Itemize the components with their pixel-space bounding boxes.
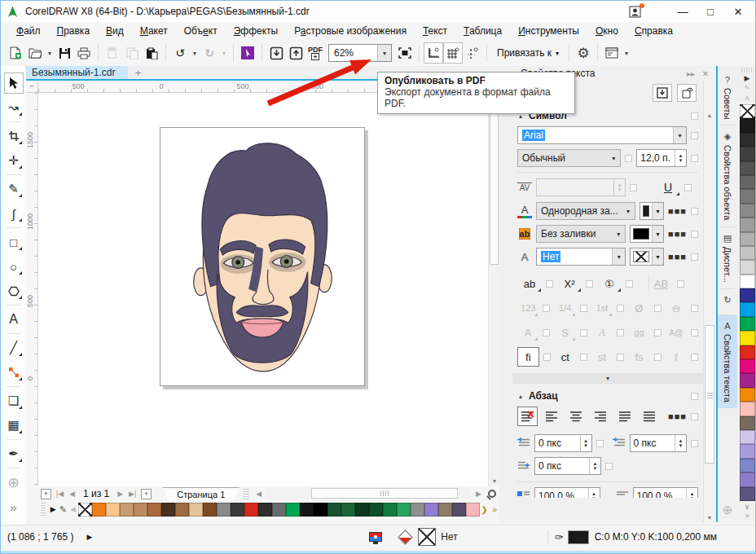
menu-инструменты[interactable]: Инструменты <box>511 24 587 38</box>
options-gear-button[interactable]: ⚙ <box>574 42 593 64</box>
palette-color-swatch[interactable] <box>740 473 755 486</box>
show-grid-toggle[interactable] <box>443 42 463 64</box>
first-indent-checkbox[interactable] <box>596 440 604 447</box>
menu-растровые-изображения[interactable]: Растровые изображения <box>287 24 414 38</box>
docker-scroll-up[interactable]: ▲ <box>704 110 715 120</box>
vertical-ruler[interactable]: 150010005000 <box>26 93 38 486</box>
crop-tool[interactable] <box>4 125 24 147</box>
canvas-horizontal-scrollbar[interactable] <box>266 488 471 499</box>
redo-dropdown-caret[interactable]: ▾ <box>219 50 229 57</box>
document-color-swatch[interactable] <box>452 503 466 517</box>
palette-flyout-icon[interactable]: ▶ <box>48 505 58 513</box>
swash-button[interactable]: S <box>554 323 575 342</box>
palette-color-swatch[interactable] <box>740 317 755 331</box>
shape-tool[interactable]: ↝ <box>4 97 24 118</box>
palette-color-swatch[interactable] <box>740 204 755 218</box>
pick-tool[interactable] <box>4 73 24 94</box>
palette-color-swatch[interactable] <box>740 331 755 345</box>
palette-scroll-right-icon[interactable]: ❯ <box>480 505 490 514</box>
export-button[interactable] <box>286 42 305 64</box>
alignment-checkbox[interactable] <box>691 413 698 420</box>
publish-pdf-button[interactable]: PDF <box>305 42 325 64</box>
background-fill-combobox[interactable]: Без заливки ▾ <box>536 225 626 243</box>
status-expand-arrow[interactable]: ▶ <box>86 533 92 541</box>
palette-color-swatch[interactable] <box>740 118 755 132</box>
document-color-swatch[interactable] <box>397 503 411 517</box>
palette-color-swatch[interactable] <box>740 487 755 501</box>
palette-color-none[interactable] <box>740 104 755 118</box>
artistic-media-tool[interactable]: ∫ <box>4 203 24 224</box>
palette-edit-pencil-icon[interactable]: ✎ <box>744 84 750 92</box>
menu-объект[interactable]: Объект <box>177 24 225 38</box>
document-color-swatch[interactable] <box>258 503 272 517</box>
position-button[interactable]: X² <box>557 274 582 293</box>
copy-button[interactable] <box>122 42 142 64</box>
left-indent-spinner[interactable]: 0 пкс▲▼ <box>534 457 601 475</box>
freehand-tool[interactable]: ✎ <box>4 178 24 200</box>
next-page-button[interactable]: ▶ <box>114 487 126 500</box>
align-right-button[interactable] <box>591 407 611 426</box>
search-content-button[interactable] <box>238 42 257 64</box>
align-left-button[interactable] <box>542 407 562 426</box>
drawing-canvas[interactable] <box>38 93 488 486</box>
font-size-arrows[interactable]: ▲▼ <box>675 150 686 166</box>
document-color-swatch[interactable] <box>203 503 217 517</box>
add-docker-button[interactable]: ⊕ <box>718 497 737 522</box>
polygon-tool[interactable] <box>4 280 24 301</box>
document-color-swatch[interactable] <box>134 503 147 517</box>
page-tab[interactable]: Страница 1 <box>162 487 240 501</box>
docker-tab-transform[interactable]: ↻ <box>718 289 737 314</box>
hscroll-left-arrow[interactable]: ◀ <box>253 487 265 500</box>
document-color-swatch[interactable] <box>231 503 244 517</box>
left-indent-checkbox[interactable] <box>605 463 613 470</box>
fill-settings-button[interactable]: ■■■ <box>668 206 687 216</box>
numeral-style-button[interactable]: 123 <box>517 298 538 318</box>
font-style-combobox[interactable]: Обычный ▾ <box>517 149 621 167</box>
palette-color-swatch[interactable] <box>740 302 755 316</box>
palette-color-swatch[interactable] <box>740 288 755 302</box>
discretionary-ligatures-button[interactable]: ct <box>555 347 576 367</box>
document-color-swatch[interactable] <box>92 503 106 517</box>
connector-tool[interactable] <box>4 362 24 383</box>
redo-button[interactable]: ↻ <box>200 42 219 64</box>
open-dropdown-caret[interactable]: ▾ <box>45 50 55 57</box>
alignment-more-button[interactable]: ■■■ <box>668 411 687 421</box>
docker-scroll-thumb[interactable] <box>705 325 714 464</box>
fill-none-swatch[interactable] <box>418 528 436 546</box>
import-button[interactable] <box>266 42 286 64</box>
drop-shadow-tool[interactable]: ❏ <box>4 390 24 411</box>
historical-ligatures-button[interactable]: st <box>591 347 613 367</box>
docker-scroll-down[interactable]: ▼ <box>704 512 715 522</box>
show-guidelines-toggle[interactable] <box>463 42 482 64</box>
first-line-indent-spinner[interactable]: 0 пкс▲▼ <box>534 434 592 452</box>
document-color-swatch[interactable] <box>314 503 327 517</box>
document-color-swatch[interactable] <box>300 503 314 517</box>
document-color-swatch[interactable] <box>175 503 189 517</box>
last-page-button[interactable]: ▶| <box>126 487 138 500</box>
outline-color-swatch[interactable] <box>568 530 589 544</box>
docker-tab-tips[interactable]: ? Советы <box>718 69 737 125</box>
document-color-swatch[interactable] <box>466 503 480 517</box>
background-color-caret[interactable]: ▾ <box>652 226 663 242</box>
background-fill-caret[interactable]: ▾ <box>612 226 625 242</box>
change-case-button[interactable]: ab <box>517 274 542 293</box>
stylistic-alternates-button[interactable]: A <box>517 323 538 342</box>
zoom-dropdown-caret[interactable]: ▾ <box>377 45 391 61</box>
zoom-level-combobox[interactable]: 62% ▾ <box>328 44 392 62</box>
document-color-swatch[interactable] <box>217 503 231 517</box>
palette-color-swatch[interactable] <box>740 459 755 473</box>
canvas-vertical-scrollbar[interactable]: ▲ ▼ <box>488 82 499 486</box>
document-color-swatch[interactable] <box>106 503 120 517</box>
palette-color-swatch[interactable] <box>740 359 755 373</box>
dialogs-dropdown-caret[interactable]: ▾ <box>622 50 631 57</box>
document-color-swatch[interactable] <box>383 503 397 517</box>
hscroll-right-arrow[interactable]: ▶ <box>472 487 485 500</box>
add-page-button-right[interactable]: + <box>141 489 152 499</box>
eyedropper-tool[interactable]: ✒ <box>4 443 24 464</box>
account-icon[interactable] <box>625 3 646 20</box>
interactive-fill-tool[interactable]: ⊕ <box>4 472 24 493</box>
palette-color-swatch[interactable] <box>740 275 755 288</box>
palette-color-swatch[interactable] <box>740 416 755 430</box>
document-color-swatch[interactable] <box>424 503 438 517</box>
section-collapse-bar[interactable]: ▾ <box>512 373 703 384</box>
